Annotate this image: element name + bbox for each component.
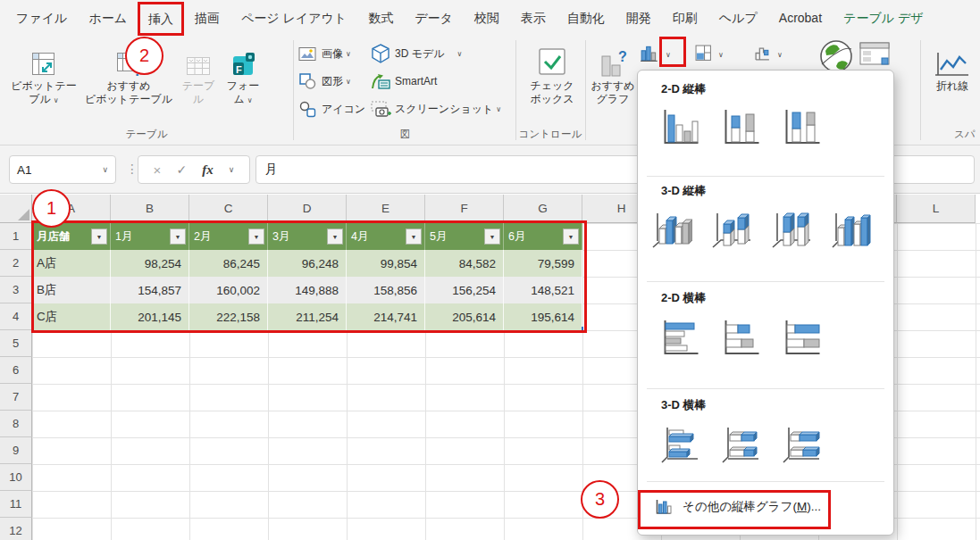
- excel-window: ファイル ホーム 挿入 描画 ページ レイアウト 数式 データ 校閲 表示 自動…: [0, 0, 980, 540]
- tab-print[interactable]: 印刷: [662, 0, 708, 36]
- row-header-3[interactable]: 3: [0, 277, 32, 303]
- row-header-9[interactable]: 9: [0, 437, 32, 464]
- chart-thumbnail-row: [638, 106, 822, 147]
- menu-separator: [647, 281, 884, 282]
- screenshot-button[interactable]: スクリーンショット ∨: [370, 97, 501, 120]
- formula-buttons: × ✓ fx ∨: [138, 155, 250, 184]
- 2d-clustered-column-icon[interactable]: [659, 106, 700, 147]
- tab-table-design[interactable]: テーブル デザ: [833, 0, 934, 36]
- annotation-step-3: 3: [581, 480, 619, 519]
- menu-separator: [647, 481, 884, 482]
- icons-label: アイコン: [322, 102, 365, 117]
- insert-function-icon[interactable]: fx: [202, 162, 214, 178]
- column-header-f[interactable]: F: [425, 195, 504, 223]
- select-all-corner[interactable]: [0, 195, 32, 223]
- column-header-l[interactable]: L: [897, 195, 976, 223]
- insert-statistic-chart-button[interactable]: ∨: [754, 41, 783, 68]
- 3d-100-stacked-column-icon[interactable]: [771, 210, 812, 251]
- tab-formulas[interactable]: 数式: [357, 0, 404, 36]
- row-header-10[interactable]: 10: [0, 464, 32, 491]
- chevron-down-icon: ∨: [247, 96, 253, 104]
- chevron-down-icon[interactable]: ∨: [777, 51, 783, 59]
- icons-icon: [297, 100, 318, 118]
- 3d-column-icon[interactable]: [831, 210, 872, 251]
- group-divider: [585, 40, 586, 140]
- pivot-table-button[interactable]: ピボットテー ブル∨: [9, 40, 79, 107]
- illustrations-group-label: 図: [295, 128, 515, 141]
- 2d-100-stacked-column-icon[interactable]: [781, 106, 822, 147]
- column-header-b[interactable]: B: [111, 195, 189, 223]
- tab-review[interactable]: 校閲: [464, 0, 510, 36]
- row-header-5[interactable]: 5: [0, 330, 32, 357]
- column-header-d[interactable]: D: [268, 195, 347, 223]
- pictures-button[interactable]: 画像 ∨: [297, 42, 351, 65]
- tab-acrobat[interactable]: Acrobat: [768, 0, 833, 36]
- sparkline-line-button[interactable]: 折れ線: [927, 40, 977, 93]
- cancel-icon[interactable]: ×: [154, 162, 162, 178]
- 2d-clustered-bar-icon[interactable]: [659, 317, 700, 358]
- 3d-clustered-bar-icon[interactable]: [659, 424, 700, 465]
- recommended-charts-button[interactable]: ? おすすめ グラフ: [587, 40, 639, 106]
- chart-type-dropdown: 2-D 縦棒: [637, 70, 894, 536]
- column-header-c[interactable]: C: [189, 195, 268, 223]
- group-divider: [293, 40, 294, 140]
- 2d-stacked-bar-icon[interactable]: [720, 317, 761, 358]
- name-box[interactable]: A1 ∨: [9, 155, 116, 184]
- 3d-stacked-bar-icon[interactable]: [720, 424, 761, 465]
- column-header-e[interactable]: E: [347, 195, 425, 223]
- name-box-value: A1: [17, 163, 32, 177]
- annotation-step-1: 1: [32, 189, 71, 228]
- chevron-down-icon[interactable]: ∨: [229, 165, 235, 174]
- 3d-100-stacked-bar-icon[interactable]: [781, 424, 822, 465]
- 3d-model-icon: [370, 44, 391, 63]
- 3d-models-button[interactable]: 3D モデル ∨: [370, 42, 462, 65]
- shapes-button[interactable]: 図形 ∨: [297, 70, 351, 93]
- tab-help[interactable]: ヘルプ: [708, 0, 768, 36]
- tab-developer[interactable]: 開発: [616, 0, 662, 36]
- row-header-6[interactable]: 6: [0, 357, 32, 384]
- chevron-down-icon[interactable]: ∨: [102, 165, 108, 174]
- tab-data[interactable]: データ: [404, 0, 464, 36]
- section-title-2d-bar: 2-D 横棒: [661, 290, 707, 306]
- tab-view[interactable]: 表示: [510, 0, 557, 36]
- tab-automate[interactable]: 自動化: [557, 0, 616, 36]
- row-header-7[interactable]: 7: [0, 384, 32, 411]
- smartart-button[interactable]: SmartArt: [370, 70, 437, 93]
- 3d-clustered-column-icon[interactable]: [651, 210, 692, 251]
- tab-insert[interactable]: 挿入: [138, 2, 184, 36]
- section-title-3d-bar: 3-D 横棒: [661, 397, 707, 413]
- insert-hierarchy-chart-button[interactable]: ∨: [695, 41, 724, 68]
- chevron-down-icon[interactable]: ∨: [718, 51, 724, 59]
- row-header-8[interactable]: 8: [0, 411, 32, 437]
- shapes-icon: [297, 73, 318, 89]
- tab-page-layout[interactable]: ページ レイアウト: [230, 0, 357, 36]
- 2d-stacked-column-icon[interactable]: [720, 106, 761, 147]
- tab-home[interactable]: ホーム: [78, 0, 138, 36]
- recommended-charts-label: おすすめ グラフ: [591, 79, 634, 106]
- icons-button[interactable]: アイコン: [297, 97, 365, 120]
- controls-group-label: コントロール: [515, 128, 585, 141]
- row-header-11[interactable]: 11: [0, 491, 32, 518]
- row-header-12[interactable]: 12: [0, 518, 32, 540]
- enter-icon[interactable]: ✓: [176, 162, 187, 177]
- 2d-100-stacked-bar-icon[interactable]: [781, 317, 822, 358]
- chart-thumbnail-row: [638, 210, 872, 251]
- tab-draw[interactable]: 描画: [184, 0, 230, 36]
- row-header-4[interactable]: 4: [0, 303, 32, 330]
- menu-separator: [647, 388, 884, 389]
- column-header-g[interactable]: G: [504, 195, 582, 223]
- hierarchy-chart-icon: [695, 45, 712, 65]
- forms-label: フォー ム: [227, 79, 260, 105]
- table-button[interactable]: テーブル: [177, 40, 220, 106]
- row-header-2[interactable]: 2: [0, 250, 32, 277]
- svg-text:F: F: [236, 64, 242, 75]
- formula-bar-divider-icon: ⋮: [126, 162, 138, 176]
- ribbon-tab-bar: ファイル ホーム 挿入 描画 ページ レイアウト 数式 データ 校閲 表示 自動…: [0, 0, 980, 36]
- tab-file[interactable]: ファイル: [5, 0, 78, 36]
- checkbox-button[interactable]: チェック ボックス: [523, 40, 582, 106]
- formula-value: 月: [265, 162, 278, 178]
- forms-button[interactable]: F フォー ム∨: [220, 40, 266, 107]
- row-header-1[interactable]: 1: [0, 223, 32, 250]
- group-divider: [920, 40, 921, 140]
- 3d-stacked-column-icon[interactable]: [711, 210, 752, 251]
